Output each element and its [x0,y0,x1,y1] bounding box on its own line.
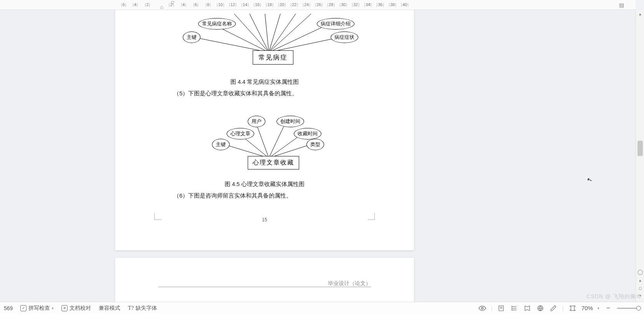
ruler-tick: |30| [339,2,348,7]
ruler-tick: |14| [241,2,249,7]
ruler-tick: |28| [327,2,335,7]
pencil-icon[interactable] [549,304,558,312]
proofread-button[interactable]: ✕ 文档校对 [58,302,95,314]
ruler-tick: |22| [290,2,298,7]
page-count-value: 569 [4,305,13,311]
ruler-tick: |12| [228,2,237,7]
page-count[interactable]: 569 [0,302,17,314]
dropdown-icon: ▾ [52,306,54,310]
missing-font-button[interactable]: T? 缺失字体 [124,302,161,314]
ruler-tick: |20| [278,2,286,7]
proofread-label: 文档校对 [70,305,91,312]
web-layout-icon[interactable] [536,304,545,312]
paragraph-6: （6）下图是咨询师留言实体和其具备的属性。 [174,192,292,199]
status-bar: 569 ✓ 拼写检查 ▾ ✕ 文档校对 兼容模式 T? 缺失字体 | [0,302,644,314]
attr-favorite-time: 收藏时间 [294,128,321,140]
ruler-tick: |2| [144,2,151,7]
svg-line-9 [269,37,342,52]
ruler-settings-icon[interactable]: ▤ [618,2,625,8]
attr-primary-key-2: 主键 [212,139,230,150]
figure-caption-4-5: 图 4.5 心理文章收藏实体属性图 [115,181,414,188]
ruler-tick: |4| [132,2,138,7]
compat-label: 兼容模式 [99,305,120,312]
spellcheck-label: 拼写检查 [28,305,50,312]
attr-article: 心理文章 [227,128,254,140]
attr-disease-name: 常见病症名称 [198,18,236,30]
scroll-page-select-icon[interactable]: ◻ [636,286,644,290]
ruler-tick: |40| [401,2,409,7]
zoom-slider[interactable] [617,308,640,309]
er-diagram-article-favorite: 主键 心理文章 用户 创建时间 收藏时间 类型 心理文章收藏 [207,112,330,169]
ruler-tick: |26| [315,2,323,7]
document-page-1: 主键 常见病症名称 病症详细介绍 病症症状 常见病症 图 4.4 常见病症实体属… [115,10,414,250]
ruler-right-mark-icon[interactable]: ⌃ [368,2,371,7]
scroll-up-icon[interactable]: ▲ [636,10,644,18]
vertical-scrollbar[interactable]: ▲ ◯ ▲ ◻ ▼ [636,10,644,302]
er-diagram-common-disease: 主键 常见病症名称 病症详细介绍 病症症状 常见病症 [180,14,357,64]
ruler-tick: |16| [253,2,262,7]
document-canvas[interactable]: 主键 常见病症名称 病症详细介绍 病症症状 常见病症 图 4.4 常见病症实体属… [0,10,636,302]
entity-common-disease: 常见病症 [253,50,293,65]
attr-user: 用户 [248,116,265,127]
svg-line-4 [265,14,269,52]
page-number: 15 [115,217,414,223]
entity-article-favorite: 心理文章收藏 [248,156,299,169]
missing-font-label: 缺失字体 [136,305,157,312]
paragraph-5: （5）下图是心理文章收藏实体和其具备的属性。 [174,90,298,97]
ruler-tick: |6| [193,2,199,7]
ruler-tick: |8| [205,2,211,7]
ruler-indent-icon[interactable]: ⌂ [160,4,163,10]
ruler-tick: |18| [265,2,274,7]
scroll-nav-circle-icon[interactable]: ◯ [636,269,644,275]
compat-mode-button[interactable]: 兼容模式 [95,302,124,314]
page-header-line [158,287,371,287]
scroll-page-up-icon[interactable]: ▲ [636,278,644,282]
font-question-icon: T? [128,305,134,311]
page-header-text: 毕业设计（论文） [328,280,371,287]
svg-line-5 [269,14,280,52]
zoom-slider-knob[interactable] [636,306,641,311]
attr-disease-detail: 病症详细介绍 [317,18,354,30]
spellcheck-button[interactable]: ✓ 拼写检查 ▾ [17,302,58,314]
horizontal-ruler[interactable]: |6||4||2||2||4||6||8||10||12||14||16||18… [0,0,636,10]
svg-rect-28 [571,306,574,311]
svg-line-3 [250,14,269,52]
ruler-cursor-icon: ▽ [171,0,174,5]
attr-type: 类型 [306,139,324,150]
svg-line-13 [269,121,286,158]
figure-caption-4-4: 图 4.4 常见病症实体属性图 [115,78,414,86]
ruler-tick: |10| [216,2,225,7]
eye-icon[interactable] [478,304,487,312]
svg-line-6 [269,14,296,52]
attr-primary-key: 主键 [183,32,200,43]
svg-line-8 [269,23,330,52]
ruler-tick: |32| [351,2,360,7]
ruler-tick: |6| [121,2,127,7]
zoom-level[interactable]: 70% [581,305,593,311]
attr-disease-symptom: 病症症状 [331,32,358,43]
scroll-thumb[interactable] [637,141,643,156]
ruler-tick: |24| [302,2,311,7]
zoom-out-icon[interactable]: − [604,304,613,312]
document-page-2: 毕业设计（论文） [115,258,414,302]
ruler-tick: |36| [376,2,384,7]
watermark-text: CSDN @ 飞翔的佩奇 [586,293,642,300]
check-icon: ✓ [20,305,26,311]
svg-line-7 [269,14,311,52]
outline-view-icon[interactable] [510,304,518,312]
svg-point-16 [481,307,483,309]
zoom-dropdown-icon[interactable]: ▾ [598,306,599,310]
reading-view-icon[interactable] [523,304,531,312]
ruler-tick: |38| [388,2,397,7]
page-view-icon[interactable] [497,304,505,312]
ruler-tick: |4| [180,2,187,7]
close-icon: ✕ [61,305,68,311]
fit-page-icon[interactable] [568,304,577,312]
attr-create-time: 创建时间 [276,116,304,127]
